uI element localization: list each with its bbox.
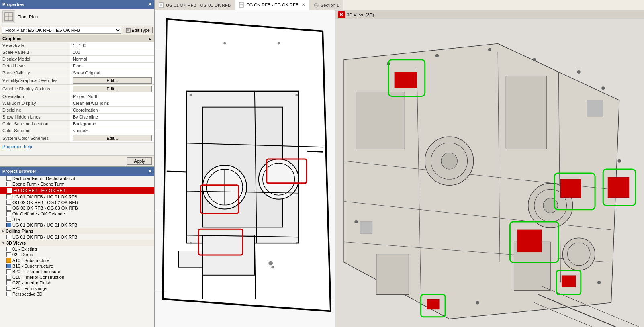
tree-item-label: B10 - Superstructure: [12, 264, 53, 268]
svg-point-71: [488, 48, 491, 51]
edit-type-button[interactable]: Edit Type: [123, 27, 153, 33]
tab-label: EG OK RFB - EG OK RFB: [246, 2, 298, 7]
properties-scroll-area[interactable]: Graphics ▲ View Scale 1 : 100 Scale Valu…: [0, 35, 154, 155]
table-row: Scale Value 1: 100: [0, 49, 154, 56]
svg-point-35: [295, 94, 298, 96]
3d-view-svg: [335, 19, 644, 327]
tab-close-button[interactable]: ✕: [302, 2, 305, 7]
tree-checkbox: [6, 280, 11, 285]
prop-value[interactable]: Background: [70, 121, 154, 127]
graphics-label: Graphics: [2, 36, 22, 41]
tab-ug01[interactable]: UG 01 OK RFB - UG 01 OK RFB: [155, 0, 235, 10]
svg-point-33: [190, 94, 192, 96]
visibility-graphics-edit-button[interactable]: Edit...: [73, 77, 152, 84]
prop-value[interactable]: Clean all wall joins: [70, 100, 154, 107]
tree-checkbox: [6, 206, 11, 211]
properties-help-link[interactable]: Properties help: [2, 144, 32, 149]
svg-point-75: [354, 220, 358, 223]
svg-point-76: [597, 281, 601, 284]
tree-item[interactable]: OG 02 OK RFB - OG 02 OK RFB: [0, 200, 154, 205]
tree-item[interactable]: OK Gelände - OK Gelände: [0, 211, 154, 217]
prop-value[interactable]: Project North: [70, 93, 154, 100]
tree-item[interactable]: Dachdraufsicht - Dachdraufsicht: [0, 176, 154, 181]
tree-item[interactable]: 02 - Demo: [0, 252, 154, 258]
properties-title: Properties: [2, 2, 24, 7]
tree-item[interactable]: Site: [0, 217, 154, 222]
tree-item[interactable]: Ebene Turm - Ebene Turm: [0, 181, 154, 187]
ceiling-plans-section[interactable]: ▶ Ceiling Plans: [0, 228, 154, 234]
floor-plan-tab-icon: [159, 2, 164, 8]
prop-value[interactable]: Edit...: [70, 76, 154, 85]
tree-item[interactable]: A10 - Substructure: [0, 258, 154, 263]
browser-scroll-area[interactable]: Dachdraufsicht - Dachdraufsicht Ebene Tu…: [0, 176, 154, 327]
prop-value[interactable]: By Discipline: [70, 114, 154, 121]
view-3d-panel[interactable]: R 3D View: (3D): [335, 10, 644, 327]
prop-value[interactable]: Coordination: [70, 107, 154, 114]
tree-checkbox: [6, 258, 11, 263]
properties-close-button[interactable]: ✕: [148, 2, 152, 7]
tree-item[interactable]: C20 - Interior Finish: [0, 280, 154, 286]
tree-checkbox: [6, 182, 11, 186]
prop-value[interactable]: Fine: [70, 63, 154, 69]
svg-point-43: [269, 261, 273, 265]
apply-button[interactable]: Apply: [127, 157, 152, 165]
tree-item-label: B20 - Exterior Enclosure: [12, 269, 60, 274]
prop-value[interactable]: Normal: [70, 56, 154, 63]
collapse-arrow-icon: ▼: [2, 241, 5, 245]
tree-item[interactable]: UG 01 OK RFB - UG 01 OK RFB: [0, 194, 154, 200]
prop-value[interactable]: Show Original: [70, 69, 154, 76]
tree-item[interactable]: Perspective 3D: [0, 291, 154, 297]
tree-item[interactable]: OG 03 OK RFB - OG 03 OK RFB: [0, 205, 154, 211]
svg-point-57: [543, 198, 558, 213]
ceiling-plans-label: Ceiling Plans: [6, 229, 33, 233]
edit-type-label: Edit Type: [131, 28, 150, 33]
prop-value[interactable]: 100: [70, 49, 154, 56]
svg-rect-79: [395, 72, 417, 88]
svg-rect-80: [560, 179, 581, 197]
tree-checkbox: [6, 247, 11, 251]
3d-views-section[interactable]: ▼ 3D Views: [0, 240, 154, 246]
tab-section1[interactable]: Section 1: [309, 0, 343, 10]
tree-item[interactable]: B10 - Superstructure: [0, 263, 154, 269]
tree-item[interactable]: E20 - Furnishings: [0, 286, 154, 291]
tree-checkbox: [6, 275, 11, 280]
svg-point-72: [533, 58, 536, 61]
svg-point-54: [441, 153, 457, 169]
prop-name: Color Scheme: [0, 127, 70, 134]
tree-item[interactable]: UG 01 OK RFB - UG 01 OK RFB: [0, 222, 154, 228]
prop-value[interactable]: Edit...: [70, 85, 154, 93]
floor-plan-selector[interactable]: Floor Plan: EG OK RFB - EG OK RFB: [2, 27, 121, 34]
floor-plan-view[interactable]: [155, 10, 335, 327]
svg-rect-4: [126, 28, 130, 32]
properties-title-bar: Properties ✕: [0, 0, 154, 9]
tree-item[interactable]: C10 - Interior Construction: [0, 274, 154, 280]
table-row: Color Scheme Location Background: [0, 121, 154, 127]
tree-item-label: OG 03 OK RFB - OG 03 OK RFB: [12, 206, 78, 211]
tab-eg-ok-rfb[interactable]: EG OK RFB - EG OK RFB ✕: [235, 0, 309, 10]
tree-checkbox: [6, 200, 11, 205]
prop-name: Discipline: [0, 107, 70, 114]
prop-value none-value[interactable]: <none>: [70, 127, 154, 134]
table-row: Color Scheme <none>: [0, 127, 154, 134]
system-color-schemes-edit-button[interactable]: Edit...: [73, 135, 152, 141]
prop-value[interactable]: Edit...: [70, 134, 154, 143]
tree-checkbox: [6, 292, 11, 296]
tree-checkbox: [6, 211, 11, 216]
browser-close-button[interactable]: ✕: [148, 169, 152, 174]
browser-title-bar: Project Browser - ✕: [0, 167, 154, 176]
tree-item[interactable]: UG 01 OK RFB - UG 01 OK RFB: [0, 234, 154, 240]
main-content: R 3D View: (3D): [155, 10, 644, 327]
svg-point-70: [435, 54, 439, 57]
section-collapse-icon[interactable]: ▲: [148, 37, 152, 41]
graphic-display-edit-button[interactable]: Edit...: [73, 86, 152, 92]
properties-panel: Properties ✕ Floor Plan Floor Plan: EG O…: [0, 0, 155, 166]
table-row: Parts Visibility Show Original: [0, 69, 154, 76]
svg-line-28: [167, 171, 187, 172]
tree-item[interactable]: B20 - Exterior Enclosure: [0, 269, 154, 274]
tree-item-label: Ebene Turm - Ebene Turm: [12, 182, 65, 186]
prop-value[interactable]: 1 : 100: [70, 42, 154, 49]
tree-item[interactable]: 01 - Existing: [0, 246, 154, 252]
prop-name: Visibility/Graphics Overrides: [0, 76, 70, 85]
table-row: View Scale 1 : 100: [0, 42, 154, 49]
tree-item-selected[interactable]: EG OK RFB - EG OK RFB: [0, 187, 154, 194]
